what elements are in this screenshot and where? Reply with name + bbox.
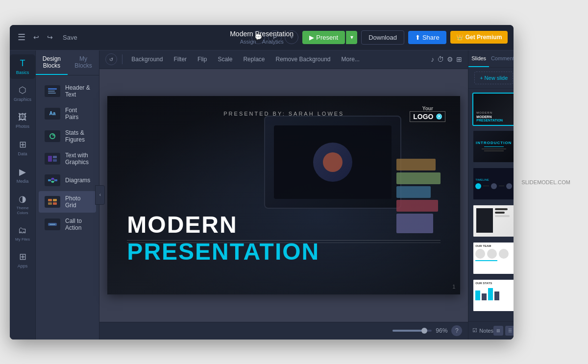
sidebar-item-my-files[interactable]: 🗂 My Files — [10, 221, 35, 246]
help-button[interactable]: ? — [451, 325, 462, 336]
assign-link[interactable]: Assign — [240, 39, 256, 45]
data-icon: ⊞ — [19, 139, 26, 150]
remove-background-button[interactable]: Remove Background — [271, 54, 334, 65]
tab-slides[interactable]: Slides — [468, 50, 489, 67]
panel-item-text-graphics[interactable]: Text with Graphics — [39, 148, 96, 170]
svg-rect-16 — [53, 199, 57, 201]
scale-button[interactable]: Scale — [214, 54, 236, 65]
tab-comments[interactable]: Comments — [489, 50, 514, 67]
book-2 — [396, 172, 441, 184]
top-bar: ☰ ↩ ↪ Save Modern Presentation Assign An… — [10, 25, 514, 50]
panel-item-stats-figures[interactable]: Stats & Figures — [39, 125, 96, 147]
thumb2-line1 — [482, 148, 506, 149]
format-bar: ↺ Background Filter Flip Scale Replace R… — [99, 50, 468, 69]
diagrams-icon — [45, 174, 60, 186]
thumb5-avatar1 — [475, 249, 485, 259]
timer-icon[interactable]: ⏱ — [437, 55, 444, 63]
slide-thumb-5[interactable]: 5 OUR TEAM — [472, 242, 514, 275]
view-grid-button[interactable]: ⊞ — [493, 326, 503, 336]
sidebar-item-data[interactable]: ⊞ Data — [10, 135, 35, 161]
settings-icon[interactable]: ⚙ — [447, 55, 453, 63]
zoom-slider[interactable] — [392, 330, 432, 332]
logo-main: LOGO ® — [410, 111, 445, 122]
share-button[interactable]: ⬆ Share — [408, 31, 446, 44]
undo-button[interactable]: ↩ — [31, 31, 41, 43]
panel-item-diagrams[interactable]: Diagrams — [39, 170, 96, 190]
music-icon[interactable]: ♪ — [431, 55, 434, 63]
format-back-button[interactable]: ↺ — [105, 53, 117, 65]
slide-thumb-2[interactable]: 2 INTRODUCTION — [472, 130, 514, 163]
basics-icon: T — [20, 58, 25, 69]
panel-item-photo-grid[interactable]: Photo Grid — [39, 191, 96, 213]
slide-thumb-6[interactable]: 6 OUR STATS — [472, 279, 514, 312]
sidebar-label-data: Data — [18, 151, 27, 157]
view-buttons: ⊞ ☰ — [493, 326, 514, 336]
slide-thumb-bg-6: OUR STATS — [473, 280, 514, 311]
panel-item-header-text[interactable]: Header & Text — [39, 80, 96, 102]
view-list-button[interactable]: ☰ — [505, 326, 514, 336]
panel-item-call-to-action[interactable]: Call to Action — [39, 214, 96, 235]
more-button[interactable]: More... — [338, 54, 364, 65]
laptop-decoration — [264, 116, 401, 209]
hamburger-button[interactable]: ☰ — [16, 30, 27, 45]
panel-item-font-pairs[interactable]: Aa Font Pairs — [39, 103, 96, 124]
thumb2-line2 — [484, 150, 504, 151]
replace-button[interactable]: Replace — [239, 54, 269, 65]
slide-thumb-1[interactable]: 1 MODERN MODERN PRESENTATION — [472, 93, 514, 126]
svg-rect-6 — [53, 159, 57, 162]
share-icon: ⬆ — [415, 34, 420, 41]
sidebar-item-media[interactable]: ▶ Media — [10, 163, 35, 188]
filter-button[interactable]: Filter — [170, 54, 191, 65]
background-button[interactable]: Background — [127, 54, 167, 65]
thumb3-title: TIMELINE — [475, 178, 512, 181]
slide-thumb-bg-2: INTRODUCTION — [473, 131, 514, 162]
slide-thumb-4[interactable]: 4 — [472, 204, 514, 238]
thumb6-bar1 — [475, 291, 480, 300]
sidebar-item-photos[interactable]: 🖼 Photos — [10, 108, 35, 133]
svg-rect-17 — [48, 202, 52, 205]
svg-rect-2 — [48, 93, 56, 94]
thumb5-accent — [475, 260, 497, 261]
svg-rect-20 — [49, 224, 55, 225]
apps-icon: ⊞ — [19, 251, 26, 262]
svg-rect-7 — [48, 179, 50, 181]
new-slide-section: + New slide — [468, 68, 514, 89]
save-button[interactable]: Save — [59, 32, 81, 43]
laptop-avatar — [323, 152, 343, 172]
header-text-icon — [45, 85, 60, 97]
thumb3-dot3 — [506, 183, 512, 189]
slide-thumb-3[interactable]: 3 TIMELINE — [472, 167, 514, 200]
title-meta: Assign Analytics — [240, 39, 284, 45]
sidebar-item-graphics[interactable]: ⬡ Graphics — [10, 81, 35, 106]
thumb4-line3 — [495, 215, 510, 217]
thumb5-title: OUR TEAM — [475, 244, 512, 247]
svg-rect-9 — [51, 181, 54, 183]
collapse-panel-button[interactable]: ‹ — [95, 185, 105, 205]
tab-design-blocks[interactable]: Design Blocks — [36, 50, 68, 75]
present-dropdown-button[interactable]: ▾ — [346, 31, 357, 44]
thumb3-line — [483, 186, 489, 186]
analytics-link[interactable]: Analytics — [262, 39, 284, 45]
slide-thumb-img-5: OUR TEAM — [472, 242, 514, 275]
slide-canvas[interactable]: PRESENTED BY: SARAH LOWES Your LOGO ® MO… — [107, 96, 460, 294]
svg-rect-1 — [48, 91, 55, 92]
svg-rect-10 — [55, 179, 57, 181]
grid-icon[interactable]: ⊞ — [456, 55, 462, 63]
new-slide-button[interactable]: + New slide — [474, 72, 513, 84]
tab-my-blocks[interactable]: My Blocks — [68, 50, 99, 75]
sidebar-item-basics[interactable]: T Basics — [10, 54, 35, 79]
thumb4-layout — [476, 208, 511, 233]
download-button[interactable]: Download — [361, 30, 404, 45]
flip-button[interactable]: Flip — [194, 54, 211, 65]
present-button[interactable]: ▶ Present — [302, 31, 345, 44]
zoom-slider-thumb[interactable] — [421, 328, 427, 334]
laptop-screen-content — [313, 143, 352, 182]
notes-label[interactable]: ☑ Notes — [472, 327, 493, 334]
thumb5-avatar2 — [487, 249, 497, 259]
redo-button[interactable]: ↪ — [45, 31, 55, 43]
thumb2-content: INTRODUCTION — [476, 141, 512, 152]
sidebar-item-apps[interactable]: ⊞ Apps — [10, 247, 35, 273]
sidebar-item-theme-colors[interactable]: ◑ Theme Colors — [10, 190, 35, 219]
premium-button[interactable]: 👑 Get Premium — [450, 31, 508, 44]
thumb5-team — [475, 249, 512, 259]
